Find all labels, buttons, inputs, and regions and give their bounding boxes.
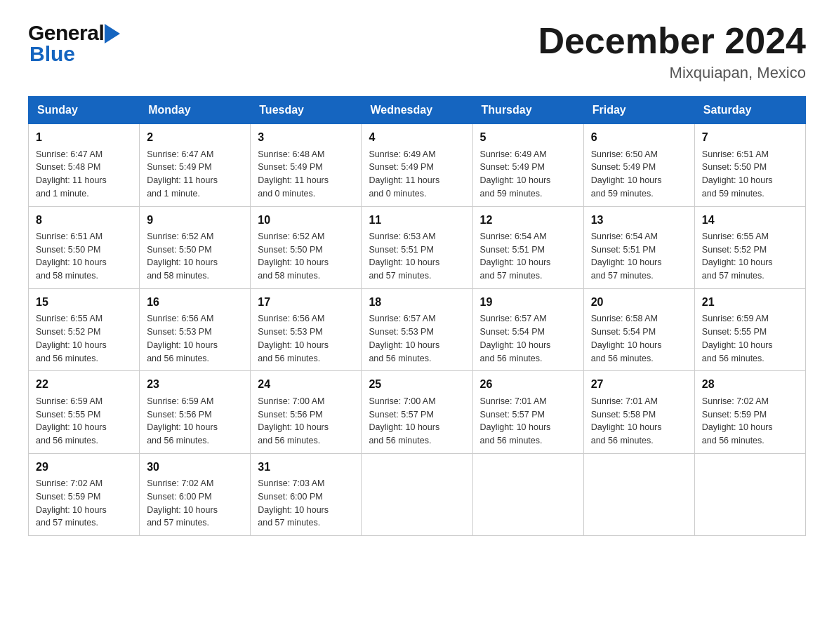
day-number: 21	[702, 295, 798, 310]
day-info: Sunrise: 7:02 AMSunset: 5:59 PMDaylight:…	[36, 478, 107, 528]
day-info: Sunrise: 6:50 AMSunset: 5:49 PMDaylight:…	[591, 149, 662, 199]
day-cell-27: 27 Sunrise: 7:01 AMSunset: 5:58 PMDaylig…	[583, 371, 694, 453]
location-subtitle: Mixquiapan, Mexico	[538, 64, 806, 82]
day-info: Sunrise: 6:59 AMSunset: 5:55 PMDaylight:…	[702, 314, 773, 363]
day-cell-30: 30 Sunrise: 7:02 AMSunset: 6:00 PMDaylig…	[140, 453, 251, 535]
day-number: 19	[480, 295, 576, 310]
day-cell-3: 3 Sunrise: 6:48 AMSunset: 5:49 PMDayligh…	[251, 124, 362, 206]
day-number: 29	[36, 459, 132, 475]
day-cell-13: 13 Sunrise: 6:54 AMSunset: 5:51 PMDaylig…	[583, 206, 694, 288]
day-cell-11: 11 Sunrise: 6:53 AMSunset: 5:51 PMDaylig…	[362, 206, 472, 288]
day-header-monday: Monday	[140, 97, 251, 124]
day-cell-31: 31 Sunrise: 7:03 AMSunset: 6:00 PMDaylig…	[251, 453, 362, 535]
day-number: 20	[591, 295, 687, 310]
day-number: 15	[36, 295, 132, 310]
week-row-4: 22 Sunrise: 6:59 AMSunset: 5:55 PMDaylig…	[29, 371, 806, 453]
day-info: Sunrise: 6:48 AMSunset: 5:49 PMDaylight:…	[258, 149, 329, 199]
day-info: Sunrise: 6:58 AMSunset: 5:54 PMDaylight:…	[591, 314, 662, 363]
day-cell-29: 29 Sunrise: 7:02 AMSunset: 5:59 PMDaylig…	[29, 453, 140, 535]
day-number: 26	[480, 377, 576, 392]
day-cell-20: 20 Sunrise: 6:58 AMSunset: 5:54 PMDaylig…	[583, 288, 694, 370]
day-info: Sunrise: 6:56 AMSunset: 5:53 PMDaylight:…	[258, 314, 329, 363]
day-info: Sunrise: 6:57 AMSunset: 5:53 PMDaylight:…	[369, 314, 439, 363]
day-cell-26: 26 Sunrise: 7:01 AMSunset: 5:57 PMDaylig…	[472, 371, 583, 453]
day-number: 12	[480, 213, 576, 228]
day-info: Sunrise: 6:57 AMSunset: 5:54 PMDaylight:…	[480, 314, 551, 363]
day-cell-5: 5 Sunrise: 6:49 AMSunset: 5:49 PMDayligh…	[472, 124, 583, 206]
day-info: Sunrise: 6:54 AMSunset: 5:51 PMDaylight:…	[480, 232, 551, 281]
day-number: 6	[591, 130, 687, 145]
title-section: December 2024 Mixquiapan, Mexico	[538, 21, 806, 82]
day-info: Sunrise: 6:51 AMSunset: 5:50 PMDaylight:…	[702, 149, 773, 199]
day-info: Sunrise: 7:02 AMSunset: 6:00 PMDaylight:…	[147, 478, 218, 528]
day-number: 9	[147, 213, 243, 228]
day-number: 14	[702, 213, 798, 228]
day-info: Sunrise: 6:51 AMSunset: 5:50 PMDaylight:…	[36, 232, 107, 281]
day-cell-18: 18 Sunrise: 6:57 AMSunset: 5:53 PMDaylig…	[362, 288, 472, 370]
day-cell-6: 6 Sunrise: 6:50 AMSunset: 5:49 PMDayligh…	[583, 124, 694, 206]
day-number: 11	[369, 213, 465, 228]
day-number: 16	[147, 295, 243, 310]
day-cell-12: 12 Sunrise: 6:54 AMSunset: 5:51 PMDaylig…	[472, 206, 583, 288]
day-cell-25: 25 Sunrise: 7:00 AMSunset: 5:57 PMDaylig…	[362, 371, 472, 453]
day-number: 31	[258, 459, 354, 475]
day-info: Sunrise: 6:53 AMSunset: 5:51 PMDaylight:…	[369, 232, 439, 281]
day-header-sunday: Sunday	[29, 97, 140, 124]
page-header: General Blue December 2024 Mixquiapan, M…	[28, 21, 806, 82]
day-cell-28: 28 Sunrise: 7:02 AMSunset: 5:59 PMDaylig…	[694, 371, 805, 453]
day-header-thursday: Thursday	[472, 97, 583, 124]
empty-cell	[362, 453, 472, 535]
day-header-saturday: Saturday	[694, 97, 805, 124]
svg-marker-0	[105, 24, 120, 43]
logo-blue-text: Blue	[29, 42, 75, 66]
day-info: Sunrise: 6:47 AMSunset: 5:48 PMDaylight:…	[36, 149, 107, 199]
day-number: 13	[591, 213, 687, 228]
day-number: 5	[480, 130, 576, 145]
day-info: Sunrise: 7:00 AMSunset: 5:56 PMDaylight:…	[258, 396, 329, 445]
day-number: 28	[702, 377, 798, 392]
day-info: Sunrise: 6:52 AMSunset: 5:50 PMDaylight:…	[258, 232, 329, 281]
day-info: Sunrise: 7:01 AMSunset: 5:58 PMDaylight:…	[591, 396, 662, 445]
day-info: Sunrise: 6:52 AMSunset: 5:50 PMDaylight:…	[147, 232, 218, 281]
day-info: Sunrise: 6:49 AMSunset: 5:49 PMDaylight:…	[369, 149, 439, 199]
day-info: Sunrise: 6:59 AMSunset: 5:56 PMDaylight:…	[147, 396, 218, 445]
day-number: 7	[702, 130, 798, 145]
day-header-tuesday: Tuesday	[251, 97, 362, 124]
day-info: Sunrise: 6:49 AMSunset: 5:49 PMDaylight:…	[480, 149, 551, 199]
day-number: 30	[147, 459, 243, 475]
day-info: Sunrise: 7:02 AMSunset: 5:59 PMDaylight:…	[702, 396, 773, 445]
empty-cell	[583, 453, 694, 535]
day-info: Sunrise: 7:00 AMSunset: 5:57 PMDaylight:…	[369, 396, 439, 445]
day-cell-21: 21 Sunrise: 6:59 AMSunset: 5:55 PMDaylig…	[694, 288, 805, 370]
day-number: 23	[147, 377, 243, 392]
calendar-table: SundayMondayTuesdayWednesdayThursdayFrid…	[28, 96, 806, 536]
day-number: 2	[147, 130, 243, 145]
day-cell-8: 8 Sunrise: 6:51 AMSunset: 5:50 PMDayligh…	[29, 206, 140, 288]
day-cell-1: 1 Sunrise: 6:47 AMSunset: 5:48 PMDayligh…	[29, 124, 140, 206]
day-info: Sunrise: 7:03 AMSunset: 6:00 PMDaylight:…	[258, 478, 329, 528]
day-number: 4	[369, 130, 465, 145]
day-cell-16: 16 Sunrise: 6:56 AMSunset: 5:53 PMDaylig…	[140, 288, 251, 370]
day-info: Sunrise: 6:56 AMSunset: 5:53 PMDaylight:…	[147, 314, 218, 363]
header-row: SundayMondayTuesdayWednesdayThursdayFrid…	[29, 97, 806, 124]
day-number: 22	[36, 377, 132, 392]
day-cell-17: 17 Sunrise: 6:56 AMSunset: 5:53 PMDaylig…	[251, 288, 362, 370]
empty-cell	[472, 453, 583, 535]
day-cell-2: 2 Sunrise: 6:47 AMSunset: 5:49 PMDayligh…	[140, 124, 251, 206]
day-number: 8	[36, 213, 132, 228]
day-header-friday: Friday	[583, 97, 694, 124]
day-cell-24: 24 Sunrise: 7:00 AMSunset: 5:56 PMDaylig…	[251, 371, 362, 453]
day-header-wednesday: Wednesday	[362, 97, 472, 124]
day-cell-23: 23 Sunrise: 6:59 AMSunset: 5:56 PMDaylig…	[140, 371, 251, 453]
day-cell-9: 9 Sunrise: 6:52 AMSunset: 5:50 PMDayligh…	[140, 206, 251, 288]
day-number: 25	[369, 377, 465, 392]
day-info: Sunrise: 6:55 AMSunset: 5:52 PMDaylight:…	[702, 232, 773, 281]
week-row-3: 15 Sunrise: 6:55 AMSunset: 5:52 PMDaylig…	[29, 288, 806, 370]
day-number: 3	[258, 130, 354, 145]
day-number: 18	[369, 295, 465, 310]
empty-cell	[694, 453, 805, 535]
day-cell-7: 7 Sunrise: 6:51 AMSunset: 5:50 PMDayligh…	[694, 124, 805, 206]
day-number: 27	[591, 377, 687, 392]
day-cell-19: 19 Sunrise: 6:57 AMSunset: 5:54 PMDaylig…	[472, 288, 583, 370]
day-number: 10	[258, 213, 354, 228]
